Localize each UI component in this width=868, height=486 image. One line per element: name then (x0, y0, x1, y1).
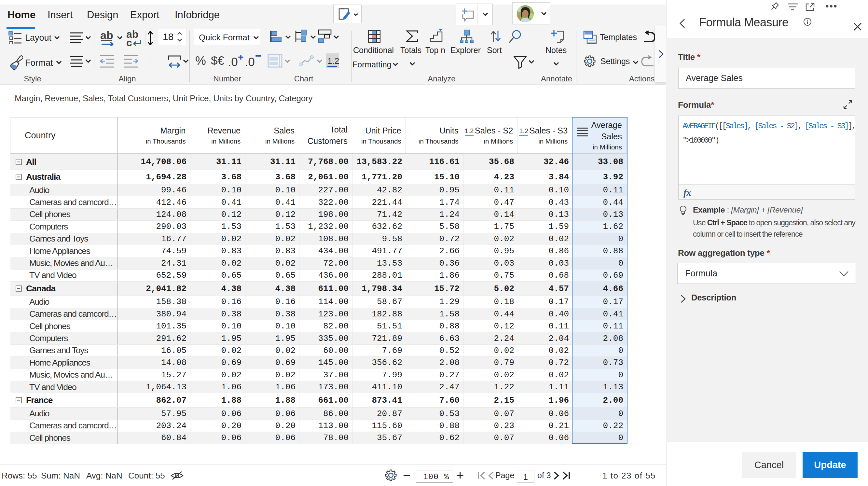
svg-text:ab: ab (100, 30, 113, 41)
svg-text:c: c (126, 37, 132, 47)
